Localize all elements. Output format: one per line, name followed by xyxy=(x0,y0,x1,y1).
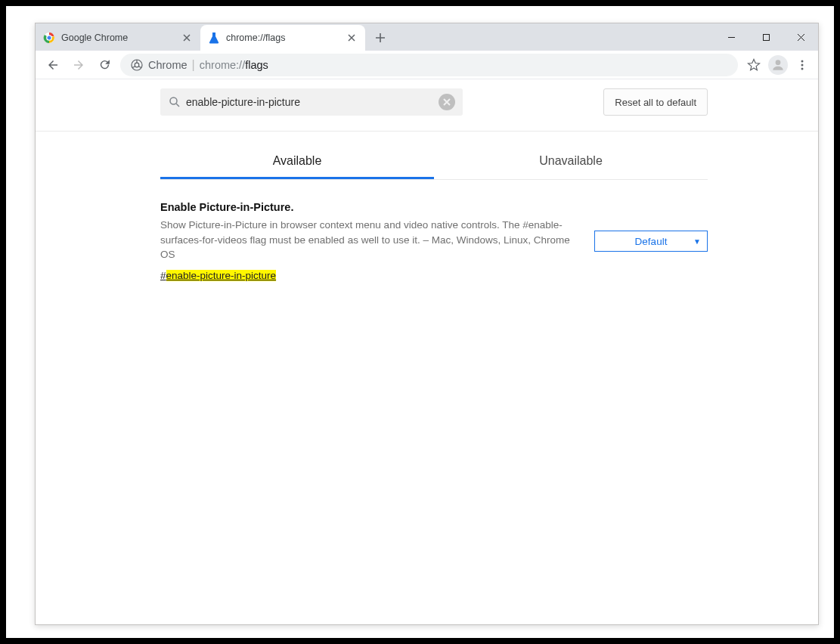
svg-point-6 xyxy=(801,60,804,62)
reset-all-button[interactable]: Reset all to default xyxy=(603,88,708,116)
forward-button[interactable] xyxy=(66,52,91,78)
select-value: Default xyxy=(635,236,668,247)
chrome-page-icon xyxy=(131,59,143,71)
address-bar[interactable]: Chrome | chrome://flags xyxy=(120,54,738,76)
svg-point-7 xyxy=(801,63,804,66)
page-scroll-area[interactable]: Reset all to default Available Unavailab… xyxy=(36,79,818,624)
svg-point-8 xyxy=(801,67,804,70)
tab-google-chrome[interactable]: Google Chrome xyxy=(36,25,200,51)
svg-point-5 xyxy=(776,60,781,65)
profile-avatar[interactable] xyxy=(768,55,788,75)
tab-title: chrome://flags xyxy=(226,33,346,43)
tab-unavailable[interactable]: Unavailable xyxy=(434,145,708,179)
close-tab-icon[interactable] xyxy=(181,32,193,44)
new-tab-button[interactable] xyxy=(370,27,391,48)
chrome-window: Google Chrome chrome://flags xyxy=(35,23,819,625)
window-controls xyxy=(714,23,818,51)
reload-button[interactable] xyxy=(91,52,117,78)
minimize-button[interactable] xyxy=(714,23,749,51)
flag-state-select[interactable]: Default ▼ xyxy=(594,231,708,252)
chrome-label: Chrome xyxy=(148,59,188,71)
maximize-button[interactable] xyxy=(749,23,783,51)
tab-available[interactable]: Available xyxy=(160,145,434,179)
flask-favicon-icon xyxy=(208,32,220,44)
flags-tabs: Available Unavailable xyxy=(160,145,708,180)
close-window-button[interactable] xyxy=(783,23,818,51)
chrome-menu-icon[interactable] xyxy=(791,59,814,71)
search-icon xyxy=(168,95,181,109)
svg-point-9 xyxy=(170,98,177,104)
flags-search-box[interactable] xyxy=(160,88,463,116)
svg-point-1 xyxy=(47,36,51,40)
flag-description: Show Picture-in-Picture in browser conte… xyxy=(160,218,581,262)
separator: | xyxy=(192,58,195,72)
clear-search-icon[interactable] xyxy=(439,94,455,110)
flags-search-input[interactable] xyxy=(181,96,439,108)
flag-item: Enable Picture-in-Picture. Show Picture-… xyxy=(160,201,708,282)
close-tab-icon[interactable] xyxy=(346,32,358,44)
bookmark-star-icon[interactable] xyxy=(742,58,765,72)
tab-chrome-flags[interactable]: chrome://flags xyxy=(200,25,365,51)
chrome-favicon-icon xyxy=(43,32,55,44)
flag-permalink[interactable]: #enable-picture-in-picture xyxy=(160,270,276,281)
url-text: chrome://flags xyxy=(200,59,268,71)
svg-rect-2 xyxy=(763,34,769,40)
tab-strip: Google Chrome chrome://flags xyxy=(36,23,818,51)
tab-title: Google Chrome xyxy=(61,33,181,43)
flag-title: Enable Picture-in-Picture. xyxy=(160,201,581,213)
browser-toolbar: Chrome | chrome://flags xyxy=(36,51,818,79)
back-button[interactable] xyxy=(40,52,66,78)
chevron-down-icon: ▼ xyxy=(693,237,701,246)
